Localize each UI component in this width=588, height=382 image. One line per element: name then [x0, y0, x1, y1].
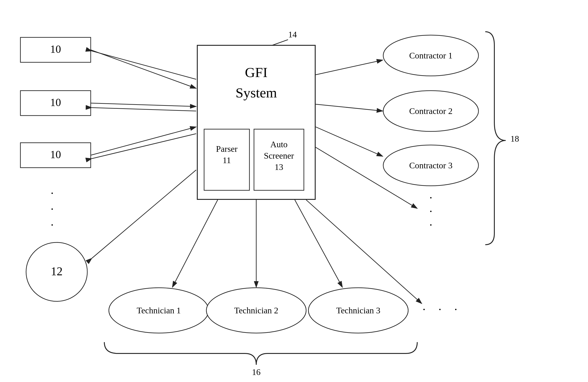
arrow-gfi-to-contractor3	[316, 127, 383, 156]
technician-2-label: Technician 2	[234, 306, 278, 315]
circle-12-label: 12	[51, 265, 63, 278]
auto-screener-label2: Screener	[264, 151, 294, 160]
arrow-gfi-to-circle12	[92, 170, 196, 258]
right-dots-1: ·	[429, 191, 432, 204]
arrow-box1-to-gfi	[91, 50, 196, 88]
ref-14-line	[272, 40, 288, 45]
contractor-3-label: Contractor 3	[409, 161, 452, 170]
contractor-2-label: Contractor 2	[409, 106, 452, 116]
curly-brace-16	[104, 342, 417, 365]
bottom-dots-3: ·	[454, 303, 457, 316]
input-box-3-label: 10	[50, 148, 61, 160]
bottom-dots-1: ·	[423, 303, 426, 316]
gfi-label-line1: GFI	[245, 65, 268, 80]
parser-label: Parser	[216, 144, 238, 154]
arrow-gfi-to-box1	[92, 51, 196, 79]
arrow-gfi-to-tech3	[295, 200, 342, 287]
diagram-container: GFI System Parser 11 Auto Screener 13 14…	[0, 0, 588, 382]
arrow-box2-to-gfi	[91, 103, 196, 107]
input-box-2-label: 10	[50, 96, 61, 108]
right-dots-2: ·	[429, 205, 432, 218]
ref-16: 16	[252, 367, 261, 377]
auto-screener-number: 13	[275, 162, 283, 172]
left-dots-1: ·	[51, 187, 54, 200]
arrow-gfi-to-contractor1	[316, 60, 383, 75]
arrow-gfi-to-box3	[92, 134, 196, 159]
arrow-gfi-to-box2	[92, 108, 196, 111]
bottom-dots-2: ·	[439, 303, 441, 316]
parser-number: 11	[223, 155, 231, 165]
left-dots-3: ·	[51, 218, 54, 231]
ref-18: 18	[510, 134, 519, 143]
right-dots-3: ·	[429, 218, 432, 231]
arrow-box3-to-gfi	[91, 127, 196, 155]
input-box-1-label: 10	[50, 43, 61, 55]
auto-screener-label1: Auto	[270, 140, 288, 149]
contractor-1-label: Contractor 1	[409, 51, 452, 60]
gfi-label-line2: System	[236, 85, 277, 100]
left-dots-2: ·	[51, 203, 54, 215]
arrow-gfi-to-contractor2	[316, 104, 383, 111]
technician-3-label: Technician 3	[336, 306, 380, 315]
ref-14: 14	[288, 30, 297, 39]
technician-1-label: Technician 1	[137, 306, 181, 315]
arrow-gfi-to-tech1	[172, 200, 218, 287]
curly-brace-18	[485, 32, 506, 245]
